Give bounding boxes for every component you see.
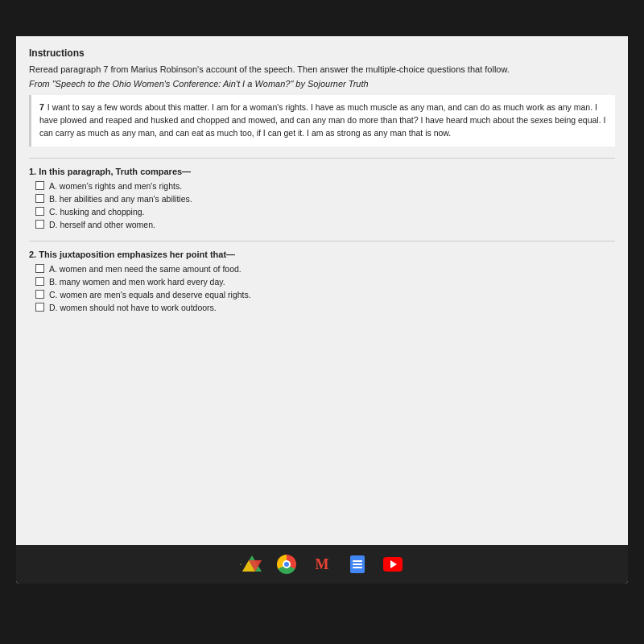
passage-text: I want to say a few words about this mat… xyxy=(39,102,605,138)
question-1-block: 1. In this paragraph, Truth compares— A.… xyxy=(29,167,615,229)
option-1a-text: A. women's rights and men's rights. xyxy=(49,181,182,191)
option-1b-text: B. her abilities and any man's abilities… xyxy=(49,194,192,204)
question-2-block: 2. This juxtaposition emphasizes her poi… xyxy=(29,250,615,312)
question-1-text: 1. In this paragraph, Truth compares— xyxy=(29,167,615,176)
instructions-heading: Instructions xyxy=(29,47,615,59)
youtube-icon[interactable] xyxy=(382,553,404,576)
checkbox-1c[interactable] xyxy=(35,207,44,216)
divider-2 xyxy=(29,241,615,242)
option-2a-text: A. women and men need the same amount of… xyxy=(49,264,242,274)
question-2-option-d[interactable]: D. women should not have to work outdoor… xyxy=(29,303,615,312)
docs-icon[interactable] xyxy=(346,553,369,576)
option-2d-text: D. women should not have to work outdoor… xyxy=(49,303,217,312)
option-2b-text: B. many women and men work hard every da… xyxy=(49,277,225,287)
instruction-text: Reread paragraph 7 from Marius Robinson'… xyxy=(29,64,615,76)
content-area: Instructions Reread paragraph 7 from Mar… xyxy=(16,36,628,545)
question-2-text: 2. This juxtaposition emphasizes her poi… xyxy=(29,250,615,259)
drive-icon[interactable] xyxy=(240,553,262,576)
source-text: From "Speech to the Ohio Women's Confere… xyxy=(29,79,615,89)
taskbar: M xyxy=(16,545,628,584)
gmail-icon[interactable]: M xyxy=(311,553,333,576)
divider-1 xyxy=(29,158,615,159)
question-2-option-c[interactable]: C. women are men's equals and deserve eq… xyxy=(29,290,615,299)
question-2-option-b[interactable]: B. many women and men work hard every da… xyxy=(29,277,615,287)
chrome-icon[interactable] xyxy=(275,553,298,576)
option-2c-text: C. women are men's equals and deserve eq… xyxy=(49,290,251,299)
paragraph-number: 7 xyxy=(39,102,44,112)
question-1-option-d[interactable]: D. herself and other women. xyxy=(29,220,615,229)
question-1-option-b[interactable]: B. her abilities and any man's abilities… xyxy=(29,194,615,204)
passage-box: 7I want to say a few words about this ma… xyxy=(29,95,615,146)
checkbox-2b[interactable] xyxy=(35,277,44,286)
checkbox-1b[interactable] xyxy=(35,194,44,203)
checkbox-1d[interactable] xyxy=(35,220,44,229)
question-2-option-a[interactable]: A. women and men need the same amount of… xyxy=(29,264,615,274)
question-1-option-c[interactable]: C. husking and chopping. xyxy=(29,207,615,217)
checkbox-2d[interactable] xyxy=(35,303,44,312)
checkbox-2c[interactable] xyxy=(35,290,44,299)
question-1-option-a[interactable]: A. women's rights and men's rights. xyxy=(29,181,615,191)
screen: Instructions Reread paragraph 7 from Mar… xyxy=(16,36,628,584)
checkbox-2a[interactable] xyxy=(35,264,44,273)
option-1d-text: D. herself and other women. xyxy=(49,220,155,229)
checkbox-1a[interactable] xyxy=(35,181,44,190)
option-1c-text: C. husking and chopping. xyxy=(49,207,145,217)
